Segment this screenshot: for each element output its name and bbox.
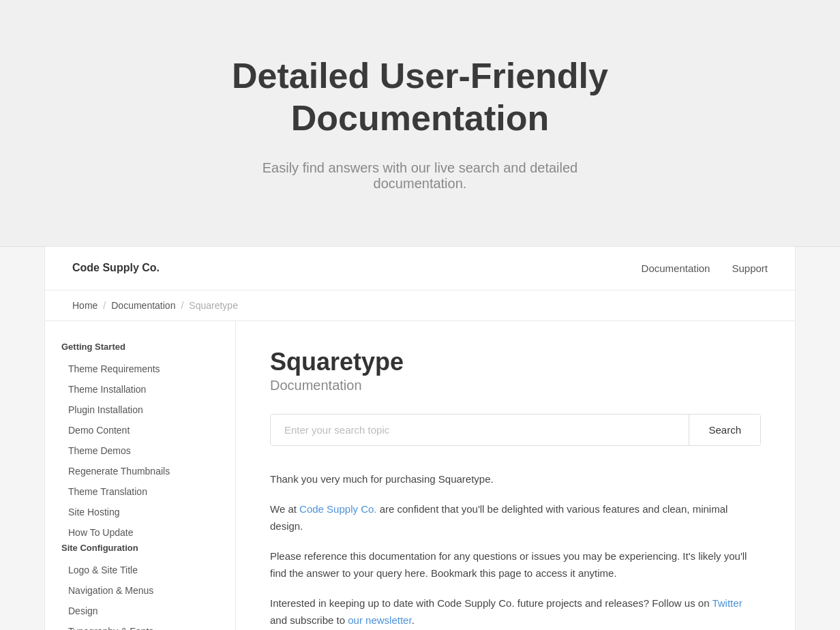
breadcrumb-home[interactable]: Home — [72, 300, 97, 311]
nav-support[interactable]: Support — [732, 262, 768, 274]
hero-subtitle: Easily find answers with our live search… — [215, 160, 625, 192]
page-subtitle: Documentation — [270, 378, 761, 393]
breadcrumb-sep-1: / — [103, 300, 106, 311]
search-bar: Search — [270, 414, 761, 446]
sidebar-item-regenerate-thumbnails[interactable]: Regenerate Thumbnails — [45, 461, 235, 481]
sidebar-item-theme-translation[interactable]: Theme Translation — [45, 481, 235, 502]
nav-documentation[interactable]: Documentation — [642, 262, 710, 274]
sidebar-item-theme-demos[interactable]: Theme Demos — [45, 440, 235, 461]
sidebar-section-title-site-configuration: Site Configuration — [45, 543, 235, 560]
hero-section: Detailed User-Friendly Documentation Eas… — [0, 0, 840, 247]
sidebar-item-demo-content[interactable]: Demo Content — [45, 420, 235, 440]
newsletter-link[interactable]: our newsletter — [348, 614, 411, 626]
code-supply-link[interactable]: Code Supply Co. — [299, 503, 376, 515]
content-area: Getting Started Theme Requirements Theme… — [45, 321, 795, 630]
sidebar-section-site-configuration: Site Configuration Logo & Site Title Nav… — [45, 543, 235, 630]
navbar: Code Supply Co. Documentation Support — [45, 247, 795, 290]
sidebar: Getting Started Theme Requirements Theme… — [45, 321, 236, 630]
sidebar-item-theme-installation[interactable]: Theme Installation — [45, 379, 235, 400]
navbar-brand: Code Supply Co. — [72, 262, 160, 274]
search-button[interactable]: Search — [689, 415, 760, 445]
hero-title: Detailed User-Friendly Documentation — [181, 55, 659, 140]
sidebar-item-navigation-menus[interactable]: Navigation & Menus — [45, 580, 235, 601]
sidebar-item-how-to-update[interactable]: How To Update — [45, 522, 235, 543]
breadcrumb-documentation[interactable]: Documentation — [111, 300, 175, 311]
sidebar-item-typography-fonts[interactable]: Typography & Fonts — [45, 621, 235, 630]
search-input[interactable] — [271, 415, 689, 445]
twitter-link[interactable]: Twitter — [712, 597, 742, 609]
body-paragraph-1: Thank you very much for purchasing Squar… — [270, 470, 761, 488]
breadcrumb-current: Squaretype — [189, 300, 238, 311]
body-paragraph-2: We at Code Supply Co. are confident that… — [270, 500, 761, 535]
navbar-links: Documentation Support — [642, 262, 768, 274]
sidebar-item-site-hosting[interactable]: Site Hosting — [45, 502, 235, 522]
sidebar-item-logo-site-title[interactable]: Logo & Site Title — [45, 560, 235, 580]
body-paragraph-3: Please reference this documentation for … — [270, 548, 761, 582]
sidebar-section-getting-started: Getting Started Theme Requirements Theme… — [45, 342, 235, 543]
breadcrumb-sep-2: / — [181, 300, 183, 311]
page-title: Squaretype — [270, 348, 761, 376]
main-content: Squaretype Documentation Search Thank yo… — [236, 321, 795, 630]
site-wrapper: Code Supply Co. Documentation Support Ho… — [45, 247, 795, 630]
body-text: Thank you very much for purchasing Squar… — [270, 470, 761, 629]
sidebar-item-plugin-installation[interactable]: Plugin Installation — [45, 400, 235, 420]
breadcrumb: Home / Documentation / Squaretype — [45, 290, 795, 321]
body-paragraph-4: Interested in keeping up to date with Co… — [270, 595, 761, 629]
sidebar-section-title-getting-started: Getting Started — [45, 342, 235, 359]
sidebar-item-theme-requirements[interactable]: Theme Requirements — [45, 359, 235, 379]
sidebar-item-design[interactable]: Design — [45, 601, 235, 621]
